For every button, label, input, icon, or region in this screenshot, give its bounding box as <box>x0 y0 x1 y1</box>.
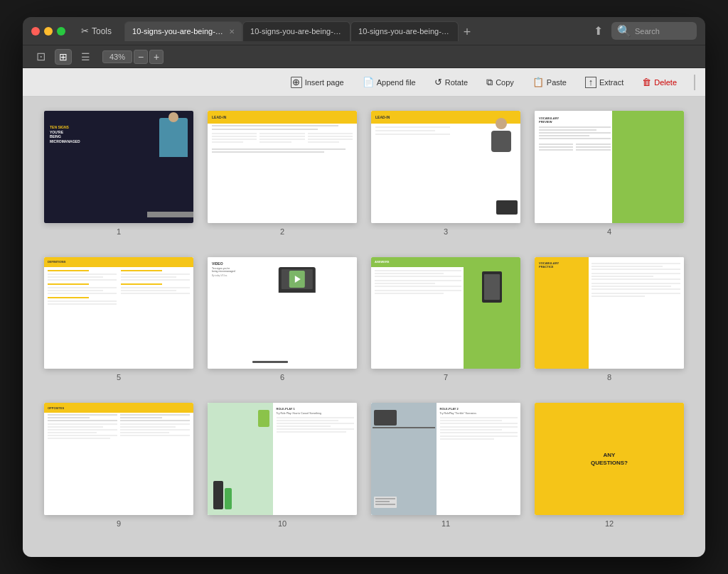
page-number-9: 9 <box>117 519 121 528</box>
page-number-12: 12 <box>605 519 614 528</box>
extract-button[interactable]: ↑ Extract <box>581 74 628 91</box>
tab-2-title: 10-signs-you-are-being-microm... <box>250 27 343 36</box>
insert-page-button[interactable]: ⊕ Insert page <box>287 74 348 91</box>
page-thumb-12: ANYQUESTIONS? <box>535 403 684 515</box>
toolbar-end-divider <box>694 75 695 90</box>
page-item-10[interactable]: ROLE-PLAY 1 Try Role Play: How to Cancel… <box>208 403 357 528</box>
sidebar-toggle-button[interactable]: ⊡ <box>31 46 50 67</box>
tools-label: Tools <box>92 26 112 36</box>
page-number-2: 2 <box>280 227 284 236</box>
rotate-icon: ↺ <box>434 77 442 87</box>
page-number-5: 5 <box>117 373 121 381</box>
add-tab-button[interactable]: + <box>459 24 476 41</box>
extract-icon: ↑ <box>585 77 596 88</box>
copy-button[interactable]: ⧉ Copy <box>482 74 518 91</box>
titlebar: ✂ Tools 10-signs-you-are-being-micro....… <box>23 17 705 45</box>
minimize-button[interactable] <box>44 27 53 36</box>
page-number-10: 10 <box>278 519 287 528</box>
delete-button[interactable]: 🗑 Delete <box>638 74 681 90</box>
pages-grid: TEN SIGNS YOU'RE BEING MICROMANAGED 1 <box>44 111 684 528</box>
fullscreen-button[interactable] <box>57 27 65 36</box>
page-number-11: 11 <box>441 519 450 528</box>
page-item-8[interactable]: VOCABULARYPRACTICE <box>535 257 684 382</box>
search-box[interactable]: 🔍 <box>611 22 697 40</box>
toolbar-actions: ⊕ Insert page 📄 Append file ↺ Rotate ⧉ C… <box>287 74 698 91</box>
tab-2[interactable]: 10-signs-you-are-being-microm... <box>242 21 350 41</box>
page-thumb-7: ANSWERS <box>371 257 520 369</box>
page-item-5[interactable]: DEFINITIONS <box>44 257 193 382</box>
copy-icon: ⧉ <box>486 77 493 88</box>
page-number-3: 3 <box>444 227 448 236</box>
tabs-container: 10-signs-you-are-being-micro.... ✕ 10-si… <box>124 21 585 41</box>
paste-icon: 📋 <box>532 77 544 87</box>
page-number-1: 1 <box>117 227 121 236</box>
page-thumb-10: ROLE-PLAY 1 Try Role Play: How to Cancel… <box>208 403 357 515</box>
paste-button[interactable]: 📋 Paste <box>528 74 571 90</box>
page-item-11[interactable]: ROLE-PLAY 2 Try RolePlay "Terrible" Scen… <box>371 403 520 528</box>
list-view-button[interactable]: ☰ <box>76 48 95 66</box>
scissors-icon: ✂ <box>81 26 89 36</box>
delete-icon: 🗑 <box>642 77 651 87</box>
tab-1-title: 10-signs-you-are-being-micro.... <box>132 27 225 36</box>
zoom-in-button[interactable]: + <box>149 50 164 64</box>
page-item-6[interactable]: VIDEO Ten signs you'rebeing micromanaged… <box>208 257 357 382</box>
insert-page-icon: ⊕ <box>291 77 302 88</box>
page-item-2[interactable]: LEAD-IN <box>208 111 357 236</box>
page-thumb-6: VIDEO Ten signs you'rebeing micromanaged… <box>208 257 357 369</box>
append-file-icon: 📄 <box>363 77 374 87</box>
tools-button[interactable]: ✂ Tools <box>77 24 116 38</box>
page-thumb-2: LEAD-IN <box>208 111 357 223</box>
app-window: ✂ Tools 10-signs-you-are-being-micro....… <box>23 17 705 557</box>
zoom-control: 43% − + <box>102 50 164 64</box>
toolbar: ⊕ Insert page 📄 Append file ↺ Rotate ⧉ C… <box>23 68 705 97</box>
page-thumb-4: VOCABULARYPREVIEW <box>535 111 684 223</box>
page-thumb-1: TEN SIGNS YOU'RE BEING MICROMANAGED <box>44 111 193 223</box>
close-button[interactable] <box>31 27 40 36</box>
page-item-3[interactable]: LEAD-IN 3 <box>371 111 520 236</box>
page-item-4[interactable]: VOCABULARYPREVIEW <box>535 111 684 236</box>
page-thumb-5: DEFINITIONS <box>44 257 193 369</box>
pages-content: TEN SIGNS YOU'RE BEING MICROMANAGED 1 <box>23 97 705 557</box>
page-thumb-9: OPPOSITES <box>44 403 193 515</box>
zoom-out-button[interactable]: − <box>134 50 148 64</box>
grid-view-button[interactable]: ⊞ <box>55 49 72 65</box>
page-item-9[interactable]: OPPOSITES <box>44 403 193 528</box>
titlebar-actions: ⬆ 🔍 <box>591 21 697 40</box>
tab-3-title: 10-signs-you-are-being-microm... <box>358 27 451 36</box>
tab-1-close[interactable]: ✕ <box>229 28 235 36</box>
page-item-7[interactable]: ANSWERS <box>371 257 520 382</box>
rotate-button[interactable]: ↺ Rotate <box>430 74 472 90</box>
page-number-4: 4 <box>607 227 611 236</box>
page-item-12[interactable]: ANYQUESTIONS? 12 <box>535 403 684 528</box>
tab-1[interactable]: 10-signs-you-are-being-micro.... ✕ <box>124 21 242 41</box>
search-input[interactable] <box>635 27 692 36</box>
search-icon: 🔍 <box>617 24 631 38</box>
page-number-8: 8 <box>607 373 611 381</box>
traffic-lights <box>31 27 65 36</box>
zoom-value: 43% <box>102 50 132 63</box>
page-number-6: 6 <box>280 373 284 381</box>
tab-3[interactable]: 10-signs-you-are-being-microm... <box>350 21 459 41</box>
page-item-1[interactable]: TEN SIGNS YOU'RE BEING MICROMANAGED 1 <box>44 111 193 236</box>
page-thumb-3: LEAD-IN <box>371 111 520 223</box>
page-thumb-11: ROLE-PLAY 2 Try RolePlay "Terrible" Scen… <box>371 403 520 515</box>
page-thumb-8: VOCABULARYPRACTICE <box>535 257 684 369</box>
append-file-button[interactable]: 📄 Append file <box>358 74 420 90</box>
share-button[interactable]: ⬆ <box>591 21 606 40</box>
page-number-7: 7 <box>444 373 448 381</box>
